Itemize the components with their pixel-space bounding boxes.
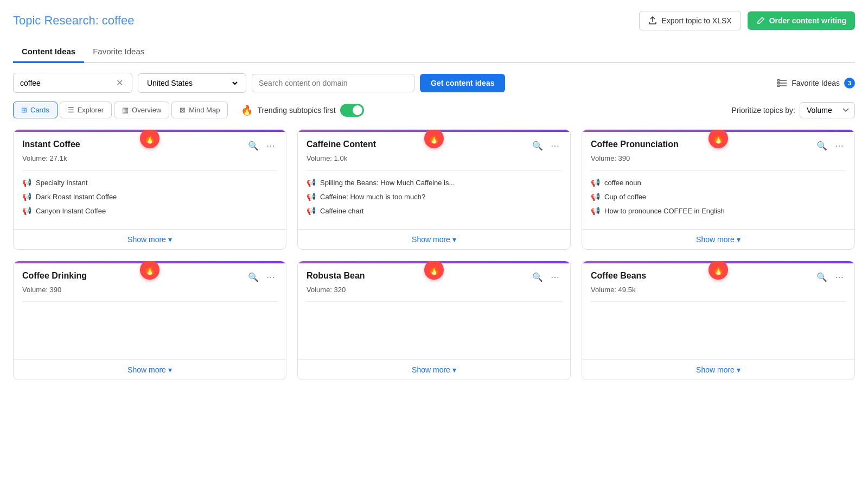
header-actions: Export topic to XLSX Order content writi…: [639, 11, 855, 30]
page-title: Topic Research: coffee: [13, 14, 134, 28]
view-overview-button[interactable]: ▦ Overview: [114, 102, 169, 118]
show-more-button[interactable]: Show more ▾: [14, 359, 286, 380]
card-search-button[interactable]: 🔍: [814, 271, 829, 283]
subtopic-item: 📢Caffeine chart: [307, 206, 561, 215]
card-divider: [591, 301, 846, 302]
card-title: Robusta Bean: [307, 271, 365, 281]
card-search-button[interactable]: 🔍: [246, 271, 261, 283]
hot-flame-icon: 🔥: [140, 261, 159, 280]
chevron-down-icon: ▾: [737, 365, 741, 374]
subtopic-item: 📢Spilling the Beans: How Much Caffeine i…: [307, 178, 561, 187]
show-more-button[interactable]: Show more ▾: [582, 229, 854, 249]
card-subtopics-list: 📢coffee noun📢Cup of coffee📢How to pronou…: [591, 178, 846, 215]
subtopic-item: 📢Specialty Instant: [22, 178, 277, 187]
chevron-down-icon: ▾: [168, 365, 172, 374]
hot-flame-icon: 🔥: [140, 129, 159, 148]
card-more-button[interactable]: ⋯: [264, 271, 277, 283]
keyword-input[interactable]: [20, 79, 114, 87]
chevron-down-icon: ▾: [452, 235, 456, 244]
card-actions: 🔍 ⋯: [530, 140, 561, 152]
card-search-button[interactable]: 🔍: [246, 140, 261, 152]
card-volume: Volume: 1.0k: [307, 154, 561, 162]
trending-section: 🔥 Trending subtopics first: [241, 104, 363, 117]
hot-flame-icon: 🔥: [424, 261, 444, 280]
card-volume: Volume: 320: [307, 286, 561, 294]
card-hot-badge: 🔥: [709, 261, 728, 280]
upload-icon: [648, 16, 657, 25]
domain-search-wrap: [252, 74, 414, 92]
card-instant-coffee: 🔥 Instant Coffee 🔍 ⋯ Volume: 27.1k 📢Spec…: [13, 129, 286, 250]
card-title: Coffee Drinking: [22, 271, 87, 281]
view-explorer-button[interactable]: ☰ Explorer: [60, 102, 112, 118]
clear-keyword-button[interactable]: ✕: [114, 78, 125, 88]
subtopic-icon: 📢: [307, 206, 316, 215]
annotation-arrow: [16, 0, 81, 5]
card-title: Coffee Pronunciation: [591, 140, 679, 149]
subtopic-item: 📢coffee noun: [591, 178, 846, 187]
subtopic-icon: 📢: [22, 206, 31, 215]
card-divider: [307, 170, 561, 170]
card-title: Caffeine Content: [307, 140, 376, 149]
chevron-down-icon: ▾: [452, 365, 456, 374]
tab-content-ideas[interactable]: Content Ideas: [13, 41, 84, 63]
view-controls: ⊞ Cards ☰ Explorer ▦ Overview ⊠ Mind Map…: [13, 102, 855, 118]
subtopic-item: 📢Dark Roast Instant Coffee: [22, 192, 277, 201]
card-volume: Volume: 390: [22, 286, 277, 294]
explorer-view-icon: ☰: [68, 106, 74, 114]
card-hot-badge: 🔥: [709, 129, 728, 148]
card-more-button[interactable]: ⋯: [548, 271, 561, 283]
card-search-button[interactable]: 🔍: [530, 271, 545, 283]
card-coffee-drinking: 🔥 Coffee Drinking 🔍 ⋯ Volume: 390 Show m…: [13, 261, 286, 380]
list-icon: [777, 79, 787, 87]
view-mindmap-button[interactable]: ⊠ Mind Map: [171, 102, 228, 118]
export-button[interactable]: Export topic to XLSX: [639, 11, 741, 30]
trending-subtopic-icon: 📢: [591, 178, 600, 187]
edit-icon: [756, 16, 765, 25]
subtopic-item: 📢Caffeine: How much is too much?: [307, 192, 561, 201]
trending-subtopic-icon: 📢: [307, 178, 316, 187]
country-select[interactable]: United States United Kingdom Canada Aust…: [145, 78, 239, 88]
search-bar: ✕ United States United Kingdom Canada Au…: [13, 73, 855, 93]
card-divider: [591, 170, 846, 170]
card-hot-badge: 🔥: [140, 129, 159, 148]
tab-favorite-ideas[interactable]: Favorite Ideas: [84, 41, 153, 63]
hot-flame-icon: 🔥: [709, 129, 728, 148]
subtopic-item: 📢Canyon Instant Coffee: [22, 206, 277, 215]
show-more-button[interactable]: Show more ▾: [582, 359, 854, 380]
domain-search-input[interactable]: [259, 79, 407, 87]
card-coffee-beans: 🔥 Coffee Beans 🔍 ⋯ Volume: 49.5k Show mo…: [582, 261, 855, 380]
subtopic-icon: 📢: [22, 192, 31, 201]
order-writing-button[interactable]: Order content writing: [748, 11, 855, 30]
get-content-ideas-button[interactable]: Get content ideas: [420, 74, 505, 92]
card-more-button[interactable]: ⋯: [264, 140, 277, 152]
svg-rect-5: [778, 85, 780, 86]
svg-rect-4: [778, 82, 780, 84]
show-more-button[interactable]: Show more ▾: [298, 229, 570, 249]
card-title: Instant Coffee: [22, 140, 80, 149]
prioritize-select[interactable]: Volume Difficulty Efficiency: [800, 102, 855, 118]
show-more-button[interactable]: Show more ▾: [298, 359, 570, 380]
card-more-button[interactable]: ⋯: [833, 271, 846, 283]
subtopic-icon: 📢: [307, 192, 316, 201]
keyword-input-wrap: ✕: [13, 73, 132, 93]
chevron-down-icon: ▾: [168, 235, 172, 244]
view-cards-button[interactable]: ⊞ Cards: [13, 102, 58, 118]
card-more-button[interactable]: ⋯: [548, 140, 561, 152]
card-volume: Volume: 390: [591, 154, 846, 162]
card-hot-badge: 🔥: [424, 261, 444, 280]
show-more-button[interactable]: Show more ▾: [14, 229, 286, 249]
card-actions: 🔍 ⋯: [530, 271, 561, 283]
card-more-button[interactable]: ⋯: [833, 140, 846, 152]
trending-toggle[interactable]: [340, 104, 364, 117]
favorite-ideas-nav[interactable]: Favorite Ideas 3: [777, 78, 855, 89]
card-search-button[interactable]: 🔍: [530, 140, 545, 152]
card-actions: 🔍 ⋯: [814, 271, 846, 283]
card-volume: Volume: 49.5k: [591, 286, 846, 294]
card-search-button[interactable]: 🔍: [814, 140, 829, 152]
overview-view-icon: ▦: [122, 106, 129, 114]
card-caffeine-content: 🔥 Caffeine Content 🔍 ⋯ Volume: 1.0k 📢Spi…: [297, 129, 571, 250]
card-divider: [22, 170, 277, 170]
title-prefix: Topic Research:: [13, 14, 102, 27]
favorite-count-badge: 3: [844, 78, 855, 89]
card-actions: 🔍 ⋯: [246, 271, 277, 283]
